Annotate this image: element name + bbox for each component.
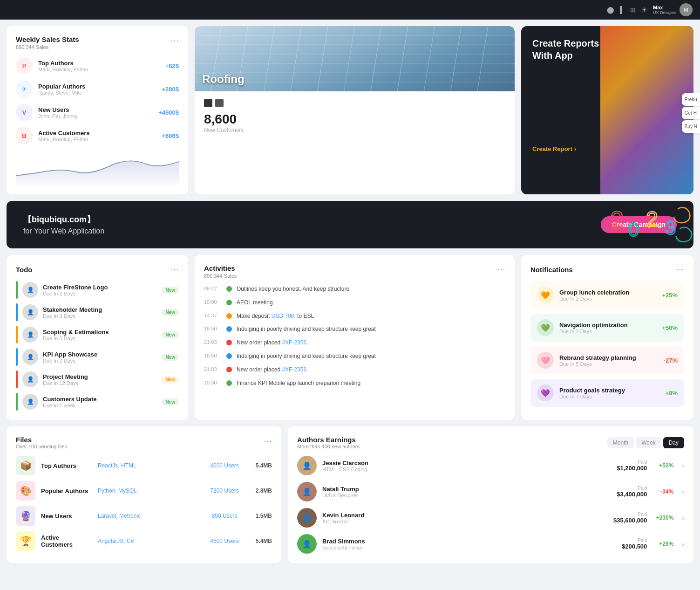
todo-bar bbox=[16, 348, 18, 366]
sidebar-hints: Prebu Get H Buy N bbox=[682, 93, 700, 133]
notifications-dots[interactable]: ⋯ bbox=[676, 264, 684, 274]
stats-item: P Top Authors Mark, Rowling, Esther +82$ bbox=[16, 57, 179, 74]
grid-icon[interactable]: ⊞ bbox=[630, 6, 636, 14]
todo-dots[interactable]: ⋯ bbox=[170, 264, 179, 274]
user-role: UX Designer bbox=[653, 10, 677, 15]
list-item: 10:30 Finance KPI Mobile app launch prep… bbox=[204, 379, 505, 387]
notifications-list: 🧡 Group lunch celebration Due In 2 Days … bbox=[530, 281, 684, 407]
list-item: 👤 Jessie Clarcson HTML, CSS Coding Paid … bbox=[297, 456, 684, 475]
chevron-right-icon[interactable]: › bbox=[682, 488, 684, 495]
topbar: ⬤ ▌ ⊞ ☀ Max UX Designer M bbox=[0, 0, 700, 20]
todo-bar bbox=[16, 281, 18, 299]
list-item: 👤 Customers Update Due In 1 week New bbox=[16, 393, 179, 411]
tab-day[interactable]: Day bbox=[663, 437, 684, 448]
new-users-icon: V bbox=[16, 104, 33, 121]
activity-dot bbox=[226, 353, 232, 359]
todo-avatar: 👤 bbox=[22, 371, 38, 387]
campaign-sub: for Your Web Application bbox=[23, 227, 104, 235]
sidebar-hint-prebu[interactable]: Prebu bbox=[682, 93, 700, 106]
todo-avatar: 👤 bbox=[22, 304, 38, 320]
sidebar-hint-buyn[interactable]: Buy N bbox=[682, 120, 700, 133]
svg-line-8 bbox=[397, 26, 408, 91]
avatar[interactable]: M bbox=[680, 3, 693, 16]
tab-week[interactable]: Week bbox=[636, 437, 661, 448]
svg-line-9 bbox=[424, 26, 435, 91]
earnings-subtitle: More than 400 new authors bbox=[297, 444, 360, 449]
list-item: 16:50 Indulging in poorly driving and ke… bbox=[204, 325, 505, 333]
list-item: 👤 Stakeholder Meeting Due In 3 Days New bbox=[16, 303, 179, 321]
activity-list: 08:42 Outlines keep you honest. And keep… bbox=[204, 285, 505, 387]
chart-area bbox=[16, 148, 179, 185]
files-card: Files Over 100 pending files ⋯ 📦 Top Aut… bbox=[7, 426, 281, 563]
stats-title: Weekly Sales Stats bbox=[16, 35, 179, 43]
list-item: 👤 Natali Trump UI/UX Designer Paid $3,40… bbox=[297, 482, 684, 501]
list-item: 👤 KPI App Showcase Due In 2 Days New bbox=[16, 348, 179, 366]
create-report-link[interactable]: Create Report › bbox=[532, 145, 576, 152]
notif-icon: 💚 bbox=[537, 319, 554, 336]
brightness-icon[interactable]: ☀ bbox=[641, 6, 647, 14]
todo-bar bbox=[16, 326, 18, 343]
file-icon: 🔮 bbox=[16, 506, 35, 526]
activity-dot bbox=[226, 326, 232, 332]
stats-subtitle: 890,344 Sales bbox=[16, 44, 179, 50]
authors-list: 👤 Jessie Clarcson HTML, CSS Coding Paid … bbox=[297, 456, 684, 554]
list-item: 🎨 Popular Authors Python, MySQL 7200 Use… bbox=[16, 481, 272, 501]
list-item: 14:37 Make deposit USD 700. to ESL bbox=[204, 312, 505, 320]
sidebar-hint-geth[interactable]: Get H bbox=[682, 107, 700, 119]
stats-item: B Active Customers Mark, Rowling, Esther… bbox=[16, 127, 179, 144]
activities-title: Activities bbox=[204, 264, 237, 272]
todo-list: 👤 Create FireStone Logo Due In 2 Days Ne… bbox=[16, 281, 179, 411]
active-customers-icon: B bbox=[16, 127, 33, 144]
notif-icon: 🩷 bbox=[537, 352, 554, 369]
activity-dot bbox=[226, 367, 232, 372]
notif-icon: 🧡 bbox=[537, 287, 554, 303]
signal-icon: ▌ bbox=[620, 6, 625, 14]
user-info: Max UX Designer M bbox=[653, 3, 693, 16]
roofing-image: Roofing bbox=[195, 26, 515, 91]
customers-count: 8,600 bbox=[204, 112, 505, 127]
list-item: 💚 Navigation optimization Due In 2 Days … bbox=[530, 314, 684, 342]
authors-earnings-card: Authors Earnings More than 400 new autho… bbox=[288, 426, 693, 563]
icon-medium bbox=[215, 99, 224, 107]
tab-group: Month Week Day bbox=[607, 437, 684, 448]
chevron-right-icon[interactable]: › bbox=[682, 462, 684, 469]
new-customers-section: 8,600 New Customers bbox=[195, 91, 515, 141]
chevron-right-icon[interactable]: › bbox=[682, 540, 684, 548]
search-icon[interactable]: ⬤ bbox=[607, 6, 614, 14]
files-title: Files bbox=[16, 436, 67, 444]
main-content: ⋯ Weekly Sales Stats 890,344 Sales P Top… bbox=[0, 20, 700, 569]
roofing-section: Roofing 8,600 New Customers bbox=[195, 26, 515, 194]
stats-list: P Top Authors Mark, Rowling, Esther +82$… bbox=[16, 57, 179, 144]
todo-avatar: 👤 bbox=[22, 394, 38, 410]
todo-card: Todo ⋯ 👤 Create FireStone Logo Due In 2 … bbox=[7, 255, 188, 420]
activities-card: Activities 890,344 Sales ⋯ 08:42 Outline… bbox=[195, 255, 515, 420]
svg-line-11 bbox=[477, 26, 488, 91]
file-icon: 🎨 bbox=[16, 481, 35, 501]
tab-month[interactable]: Month bbox=[607, 437, 634, 448]
list-item: 16:50 Indulging in poorly driving and ke… bbox=[204, 352, 505, 360]
top-authors-icon: P bbox=[16, 57, 33, 74]
list-item: 21:03 New order placed #XF-2356. bbox=[204, 339, 505, 347]
bottom-row: Files Over 100 pending files ⋯ 📦 Top Aut… bbox=[7, 426, 693, 563]
files-dots[interactable]: ⋯ bbox=[264, 436, 272, 446]
list-item: 👤 Project Meeting Due In 12 Days New bbox=[16, 370, 179, 388]
campaign-decoration: 2 0 2 3 bbox=[591, 201, 693, 248]
svg-line-4 bbox=[291, 26, 301, 91]
notifications-title: Notifications bbox=[530, 266, 573, 274]
stats-item: ✈ Popular Authors Randy, Steve, Mike +28… bbox=[16, 81, 179, 97]
customers-icons bbox=[204, 99, 505, 107]
list-item: 👤 Kevin Leonard Art Director Paid $35,60… bbox=[297, 508, 684, 528]
activities-dots[interactable]: ⋯ bbox=[497, 264, 505, 274]
list-item: 08:42 Outlines keep you honest. And keep… bbox=[204, 285, 505, 293]
todo-bar bbox=[16, 393, 18, 411]
chevron-right-icon[interactable]: › bbox=[682, 514, 684, 521]
notif-icon: 💜 bbox=[537, 384, 554, 401]
roofing-title: Roofing bbox=[202, 73, 245, 86]
stats-dots[interactable]: ⋯ bbox=[170, 35, 179, 46]
list-item: 📦 Top Authors ReactJs, HTML 4600 Users 5… bbox=[16, 456, 272, 475]
svg-line-7 bbox=[371, 26, 381, 91]
activity-dot bbox=[226, 340, 232, 345]
activities-subtitle: 890,344 Sales bbox=[204, 273, 237, 279]
svg-line-6 bbox=[344, 26, 355, 91]
author-avatar: 👤 bbox=[297, 508, 317, 528]
